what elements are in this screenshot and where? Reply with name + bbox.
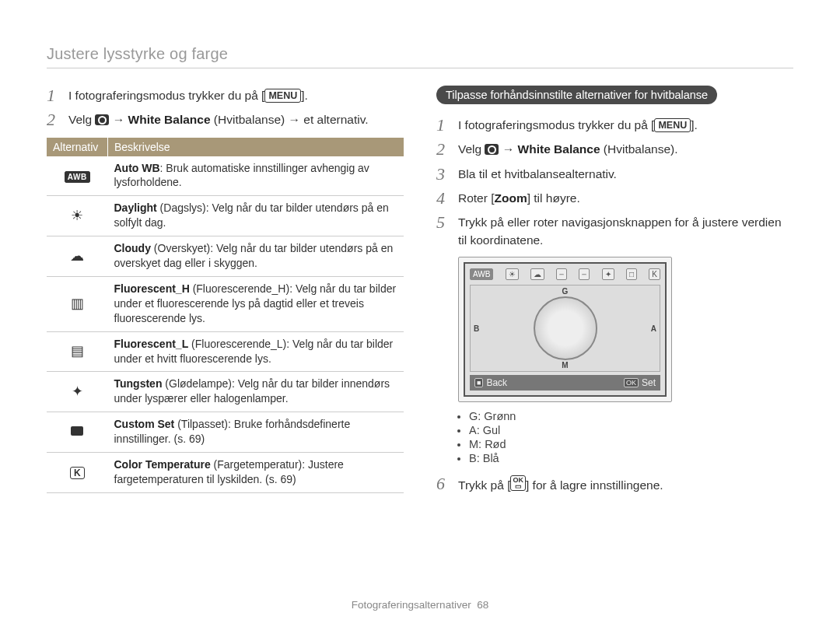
legend-item: A: Gul [469, 424, 793, 436]
option-paren: (Fargetemperatur) [211, 458, 302, 471]
option-paren: (Fluorescerende_L) [188, 338, 286, 350]
step-text: ]. [691, 118, 698, 131]
step-number: 6 [436, 474, 450, 493]
table-header-option: Alternativ [47, 138, 108, 156]
footer-page-number: 68 [477, 599, 488, 611]
step-number: 5 [436, 212, 450, 232]
step-number: 1 [436, 115, 450, 135]
right-step-3: 3 Bla til et hvitbalansealternativ. [436, 164, 793, 184]
white-balance-label: White Balance [128, 113, 211, 126]
axis-g: G [562, 287, 569, 296]
table-header-description: Beskrivelse [108, 138, 404, 156]
option-paren: (Dagslys) [157, 201, 206, 214]
right-step-6: 6 Trykk på [OK▭] for å lagre innstilling… [436, 474, 793, 494]
back-btn-icon: ■ [474, 378, 483, 387]
step-text: ] for å lagre innstillingene. [526, 478, 663, 492]
arrow: → [499, 142, 517, 156]
table-row: ☁ Cloudy (Overskyet): Velg når du tar bi… [47, 236, 404, 277]
menu-button-label: MENU [264, 89, 301, 103]
option-paren: (Fluorescerende_H) [190, 282, 289, 295]
step-text: Roter [ [458, 191, 495, 205]
options-table: Alternativ Beskrivelse AWB Auto WB: Bruk… [47, 138, 404, 493]
wb-icon: □ [626, 268, 637, 280]
legend-item: G: Grønn [469, 410, 793, 422]
tungsten-icon: ✦ [72, 384, 83, 398]
page-title: Justere lysstyrke og farge [47, 45, 793, 68]
step-text: → et alternativ. [289, 113, 369, 126]
left-step-1: 1 I fotograferingsmodus trykker du på [M… [47, 86, 404, 105]
option-paren: (Glødelampe) [162, 377, 231, 390]
right-step-1: 1 I fotograferingsmodus trykker du på [M… [436, 115, 793, 135]
ok-btn-icon: OK [624, 378, 639, 387]
wb-icon: ☁ [530, 268, 544, 280]
right-column: Tilpasse forhåndsinnstilte alternativer … [436, 86, 793, 588]
custom-set-icon [71, 426, 83, 436]
option-name: Tungsten [114, 377, 163, 390]
table-row: ✦ Tungsten (Glødelampe): Velg når du tar… [47, 372, 404, 412]
wb-icon-row: AWB ☀ ☁ ⎓ ⎓ ✦ □ K [470, 268, 660, 280]
nav-wheel [534, 296, 597, 360]
option-name: Cloudy [114, 242, 151, 254]
device-screenshot: AWB ☀ ☁ ⎓ ⎓ ✦ □ K G A M B [458, 257, 672, 402]
step-text: (Hvitbalanse) [211, 113, 289, 126]
footer-section: Fotograferingsalternativer [352, 599, 471, 611]
legend-item: B: Blå [469, 452, 793, 464]
table-row: Custom Set (Tilpasset): Bruke forhåndsde… [47, 412, 404, 453]
table-row: ☀ Daylight (Dagslys): Velg når du tar bi… [47, 196, 404, 236]
option-paren: (Overskyet) [151, 242, 210, 254]
axis-m: M [562, 361, 568, 370]
step-text: Bla til et hvitbalansealternativ. [458, 164, 793, 183]
wb-icon: ✦ [602, 268, 614, 280]
arrow: → [109, 113, 128, 126]
step-text: ]. [301, 89, 308, 102]
step-number: 3 [436, 164, 450, 184]
zoom-label: Zoom [495, 191, 527, 205]
wb-icon: ⎓ [579, 268, 590, 280]
step-number: 4 [436, 188, 450, 208]
table-row: ▥ Fluorescent_H (Fluorescerende_H): Velg… [47, 276, 404, 331]
axis-a: A [651, 324, 656, 333]
wb-icon: ⎓ [556, 268, 567, 280]
step-text: I fotograferingsmodus trykker du på [ [458, 118, 654, 131]
option-paren: (Tilpasset) [174, 418, 228, 430]
option-name: Fluorescent_H [114, 282, 190, 295]
step-text: Trykk på eller roter navigasjonsknappen … [458, 212, 793, 249]
step-text: ] til høyre. [527, 191, 580, 205]
step-number: 2 [47, 110, 61, 129]
ok-icon: OK▭ [510, 475, 526, 491]
step-text: Velg [68, 113, 95, 126]
right-step-4: 4 Roter [Zoom] til høyre. [436, 188, 793, 208]
legend-item: M: Rød [469, 438, 793, 450]
wb-icon: AWB [470, 268, 493, 280]
sun-icon: ☀ [71, 208, 83, 222]
option-name: Fluorescent_L [114, 338, 189, 350]
set-indicator: OKSet [624, 377, 656, 388]
section-badge: Tilpasse forhåndsinnstilte alternativer … [436, 86, 717, 104]
table-row: ▤ Fluorescent_L (Fluorescerende_L): Velg… [47, 331, 404, 372]
camera-icon [485, 144, 499, 155]
table-row: K Color Temperature (Fargetemperatur): J… [47, 452, 404, 492]
right-step-5: 5 Trykk på eller roter navigasjonsknappe… [436, 212, 793, 249]
wb-icon: K [649, 268, 660, 280]
step-text: Velg [458, 142, 485, 156]
fluorescent-h-icon: ▥ [71, 296, 84, 310]
step-text: (Hvitbalanse). [600, 142, 678, 156]
axis-b: B [474, 324, 479, 333]
fluorescent-l-icon: ▤ [71, 344, 84, 358]
cloud-icon: ☁ [70, 249, 84, 263]
camera-icon [95, 114, 109, 125]
adjustment-grid: G A M B [470, 285, 660, 372]
option-name: Custom Set [114, 418, 175, 430]
table-row: AWB Auto WB: Bruk automatiske innstillin… [47, 156, 404, 196]
right-step-2: 2 Velg → White Balance (Hvitbalanse). [436, 139, 793, 159]
color-legend: G: Grønn A: Gul M: Rød B: Blå [436, 410, 793, 464]
left-step-2: 2 Velg → White Balance (Hvitbalanse) → e… [47, 110, 404, 129]
step-text: I fotograferingsmodus trykker du på [ [68, 89, 264, 102]
k-icon: K [70, 467, 85, 479]
step-number: 2 [436, 139, 450, 159]
back-indicator: ■Back [474, 377, 507, 388]
menu-button-label: MENU [654, 118, 691, 132]
left-column: 1 I fotograferingsmodus trykker du på [M… [47, 86, 404, 588]
awb-icon: AWB [65, 171, 90, 183]
option-name: Daylight [114, 201, 157, 214]
